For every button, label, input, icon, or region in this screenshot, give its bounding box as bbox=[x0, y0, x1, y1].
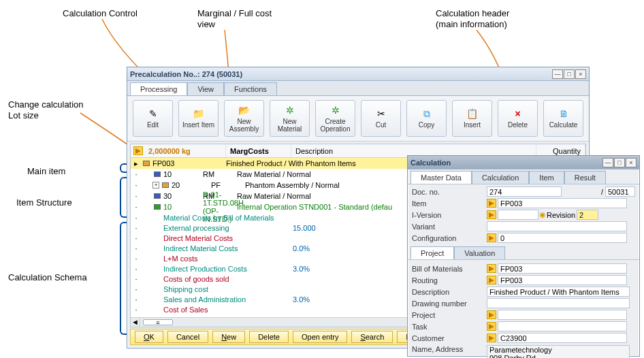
row-type: RM bbox=[203, 170, 237, 178]
search-button[interactable]: Search bbox=[351, 331, 393, 343]
item-link-icon[interactable] bbox=[487, 199, 496, 208]
delete-footer-button[interactable]: Delete bbox=[249, 331, 289, 343]
routing-field[interactable] bbox=[498, 275, 627, 285]
doc-no-field[interactable] bbox=[487, 186, 562, 197]
scissors-icon: ✂ bbox=[375, 108, 387, 120]
customer-link-icon[interactable] bbox=[487, 333, 496, 342]
tab-functions[interactable]: Functions bbox=[224, 82, 277, 95]
iversion-label: I-Version bbox=[412, 211, 487, 219]
config-field[interactable] bbox=[498, 233, 627, 243]
insert-button[interactable]: 📋Insert bbox=[452, 100, 492, 137]
schema-label: L+M costs bbox=[163, 255, 293, 263]
row-code: 10 bbox=[162, 170, 203, 178]
panel-minimize-button[interactable]: — bbox=[602, 158, 613, 167]
schema-label: Sales and Administration bbox=[163, 295, 293, 304]
tab-processing[interactable]: Processing bbox=[130, 82, 187, 95]
tab-view[interactable]: View bbox=[187, 82, 224, 95]
schema-marker-icon: · bbox=[131, 275, 141, 283]
subtab-valuation[interactable]: Valuation bbox=[454, 246, 505, 259]
schema-value: 15.000 bbox=[293, 224, 316, 232]
insert-item-button[interactable]: 📁Insert Item bbox=[178, 100, 219, 137]
gear-green-icon: ✲ bbox=[329, 104, 342, 116]
minimize-button[interactable]: — bbox=[552, 69, 563, 79]
copy-button[interactable]: ⧉Copy bbox=[406, 100, 447, 137]
delete-button[interactable]: ×Delete bbox=[498, 100, 538, 137]
new-assembly-button[interactable]: 📂New Assembly bbox=[224, 100, 264, 137]
copy-icon: ⧉ bbox=[421, 108, 433, 120]
schema-label: Shipping cost bbox=[163, 285, 293, 293]
variant-field[interactable] bbox=[487, 221, 627, 231]
schema-label: External processing bbox=[163, 224, 293, 232]
lot-arrow-icon[interactable] bbox=[133, 146, 143, 155]
pencil-icon: ✎ bbox=[147, 108, 159, 120]
doc-suffix-field[interactable] bbox=[605, 186, 635, 197]
ok-button[interactable]: OK bbox=[135, 331, 163, 343]
row-code: 20 bbox=[170, 181, 211, 189]
calculator-icon: 🗎 bbox=[558, 108, 570, 120]
maximize-button[interactable]: □ bbox=[564, 69, 575, 79]
warning-icon: ◉ bbox=[538, 210, 547, 219]
lot-size-field[interactable]: 2,000000 kg bbox=[144, 144, 226, 157]
row-marker-icon: · bbox=[131, 192, 141, 200]
task-field[interactable] bbox=[498, 321, 627, 331]
task-label: Task bbox=[412, 323, 487, 331]
paste-icon: 📋 bbox=[466, 108, 479, 120]
subtab-project[interactable]: Project bbox=[410, 246, 454, 259]
project-field[interactable] bbox=[498, 310, 627, 320]
new-button[interactable]: New bbox=[212, 331, 245, 343]
create-operation-button[interactable]: ✲Create Operation bbox=[315, 100, 355, 137]
panel-close-button[interactable]: × bbox=[626, 158, 637, 167]
tab-result[interactable]: Result bbox=[564, 171, 606, 184]
cancel-button[interactable]: Cancel bbox=[167, 331, 208, 343]
schema-label: Indirect Production Costs bbox=[163, 265, 293, 273]
project-link-icon[interactable] bbox=[487, 310, 496, 319]
open-entry-button[interactable]: Open entry bbox=[293, 331, 347, 343]
bom-field[interactable] bbox=[498, 263, 627, 274]
annot-main-item: Main item bbox=[27, 166, 65, 177]
titlebar: Precalculation No..: 274 (50031) — □ × bbox=[127, 67, 589, 81]
schema-marker-icon: · bbox=[131, 265, 141, 273]
annot-item-structure: Item Structure bbox=[16, 197, 72, 208]
iversion-field[interactable] bbox=[498, 210, 538, 220]
edit-button[interactable]: ✎Edit bbox=[133, 100, 173, 137]
tab-master-data[interactable]: Master Data bbox=[410, 171, 472, 184]
expand-icon[interactable]: + bbox=[152, 182, 159, 189]
schema-marker-icon: · bbox=[131, 224, 141, 232]
menu-tabs: Processing View Functions bbox=[127, 81, 589, 96]
item-box-icon bbox=[161, 182, 170, 188]
close-button[interactable]: × bbox=[575, 69, 586, 79]
doc-no-label: Doc. no. bbox=[412, 188, 487, 196]
annot-marg-view: Marginal / Full cost view bbox=[197, 8, 272, 29]
new-material-button[interactable]: ✲New Material bbox=[270, 100, 310, 137]
revision-field[interactable] bbox=[577, 210, 598, 220]
schema-marker-icon: · bbox=[131, 234, 141, 242]
panel-subtabs: Project Valuation bbox=[408, 245, 639, 260]
marg-costs-header[interactable]: MargCosts bbox=[226, 144, 291, 157]
iversion-link-icon[interactable] bbox=[487, 210, 496, 219]
item-box-icon bbox=[152, 172, 162, 177]
cut-button[interactable]: ✂Cut bbox=[361, 100, 401, 137]
brace-item-structure bbox=[120, 177, 127, 218]
annot-calc-control: Calculation Control bbox=[63, 8, 138, 19]
item-label: Item bbox=[412, 199, 487, 208]
tab-item[interactable]: Item bbox=[529, 171, 564, 184]
customer-field[interactable] bbox=[498, 333, 627, 343]
desc-field[interactable] bbox=[487, 287, 630, 297]
item-field[interactable] bbox=[498, 198, 627, 208]
revision-label: Revision bbox=[547, 211, 577, 219]
routing-link-icon[interactable] bbox=[487, 276, 496, 284]
panel-maximize-button[interactable]: □ bbox=[614, 158, 625, 167]
item-box-icon bbox=[152, 193, 162, 199]
bom-link-icon[interactable] bbox=[487, 264, 496, 273]
task-link-icon[interactable] bbox=[487, 322, 496, 331]
desc-label: Description bbox=[412, 288, 487, 296]
config-link-icon[interactable] bbox=[487, 233, 496, 242]
panel-tabs: Master Data Calculation Item Result bbox=[408, 169, 639, 184]
schema-label: Cost of Sales bbox=[163, 306, 293, 314]
calculation-panel: Calculation — □ × Master Data Calculatio… bbox=[407, 155, 640, 357]
row-marker-icon: · bbox=[131, 170, 141, 178]
drawing-field[interactable] bbox=[487, 298, 630, 308]
calculate-button[interactable]: 🗎Calculate bbox=[543, 100, 583, 137]
schema-marker-icon: · bbox=[131, 244, 141, 253]
tab-calculation[interactable]: Calculation bbox=[472, 171, 529, 184]
